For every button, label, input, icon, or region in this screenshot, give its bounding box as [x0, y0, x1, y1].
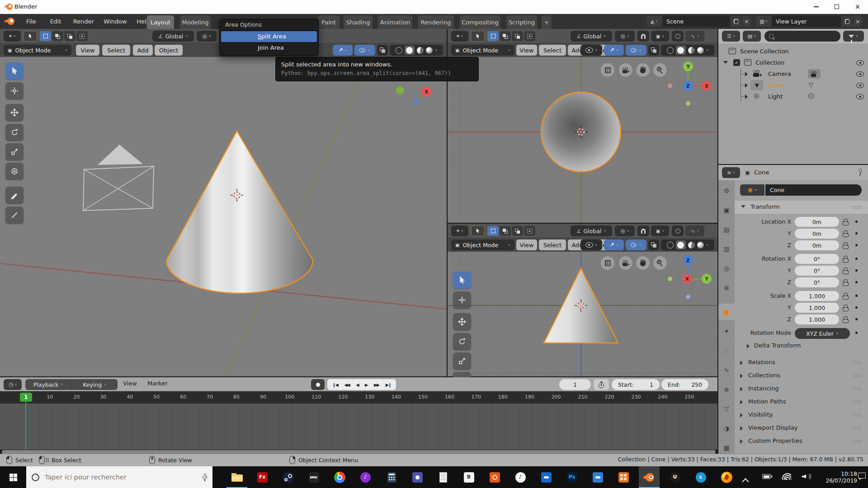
- tray-battery-icon[interactable]: [762, 474, 772, 479]
- previous-keyframe-button[interactable]: ◀◀: [344, 382, 349, 387]
- play-reverse-button[interactable]: ◀: [356, 382, 359, 387]
- checkbox[interactable]: ✓: [733, 59, 740, 66]
- scene-unlink-button[interactable]: ×: [742, 16, 751, 27]
- lock-icon[interactable]: [843, 219, 849, 225]
- hide-in-viewport-toggle[interactable]: [856, 83, 864, 88]
- properties-editor-type-button[interactable]: ≡∨: [722, 167, 740, 178]
- right-xray-toggle[interactable]: [648, 239, 659, 250]
- properties-tab-tool[interactable]: ⚙: [718, 183, 735, 199]
- top-select-mode-3[interactable]: [524, 31, 535, 41]
- transform-value-field[interactable]: 0°: [795, 277, 839, 287]
- taskbar-app-bandicam[interactable]: B: [458, 466, 479, 488]
- tab-compositing[interactable]: Compositing: [460, 15, 500, 29]
- shading-solid-button[interactable]: [676, 46, 686, 55]
- outliner-filter-button[interactable]: ∨: [843, 31, 864, 42]
- panel-drag-dots[interactable]: [853, 361, 862, 365]
- taskbar-app-filezilla[interactable]: Fz: [252, 466, 273, 488]
- main-orientation-dropdown[interactable]: ∠Global∨: [152, 31, 194, 42]
- pin-icon[interactable]: [857, 168, 863, 176]
- search-input[interactable]: [44, 473, 198, 481]
- viewport-top-scene[interactable]: YZX: [448, 57, 717, 223]
- expander-icon[interactable]: [745, 83, 748, 88]
- main-mode-dropdown[interactable]: ▣Object Mode∨: [4, 45, 71, 56]
- animate-dot[interactable]: [855, 221, 858, 223]
- taskbar-app-unity[interactable]: U: [665, 466, 685, 488]
- menu-file[interactable]: File: [20, 15, 42, 27]
- timeline-menu-keying[interactable]: Keying∨: [72, 379, 118, 390]
- outliner-search-field[interactable]: [764, 31, 840, 42]
- lock-icon[interactable]: [843, 293, 849, 299]
- shading-rendered-button[interactable]: [697, 47, 704, 54]
- view-layer-name-field[interactable]: View Layer: [772, 16, 841, 27]
- end-frame-field[interactable]: End:250: [661, 379, 708, 390]
- tab-rendering[interactable]: Rendering: [418, 15, 454, 29]
- timeline-hscrollbar[interactable]: [2, 450, 716, 454]
- shading-solid-button[interactable]: [676, 240, 686, 249]
- properties-tab-material[interactable]: ◑: [718, 420, 735, 436]
- lock-icon[interactable]: [843, 316, 849, 323]
- start-button[interactable]: [0, 466, 26, 488]
- taskbar-app-app-orange[interactable]: [484, 466, 505, 488]
- transform-value-field[interactable]: 0m: [795, 217, 839, 227]
- lock-icon[interactable]: [843, 279, 849, 286]
- taskbar-app-blender[interactable]: [639, 466, 660, 488]
- main-select-mode-2[interactable]: [64, 31, 75, 41]
- tab-new[interactable]: +: [542, 15, 552, 29]
- shading-rendered-button[interactable]: [697, 242, 704, 249]
- tab-paint[interactable]: Paint: [318, 15, 340, 29]
- panel-drag-dots[interactable]: [853, 413, 862, 417]
- view-layer-icon[interactable]: ▥∨: [756, 16, 771, 27]
- transform-value-field[interactable]: 0°: [795, 266, 839, 276]
- properties-tab-physics[interactable]: ∿: [718, 362, 735, 378]
- taskbar-app-app-indigo[interactable]: [407, 466, 428, 488]
- tray-clock[interactable]: 10:1826/07/2019: [816, 469, 857, 486]
- right-select-mode-1[interactable]: [500, 226, 511, 236]
- tray-volume-icon[interactable]: [802, 473, 811, 480]
- right-menu-select[interactable]: Select: [539, 239, 566, 250]
- taskbar-app-app-blue[interactable]: [536, 466, 557, 488]
- lock-icon[interactable]: [843, 230, 849, 237]
- timeline-menu-view[interactable]: View: [123, 380, 141, 389]
- blender-logo-icon[interactable]: [5, 17, 14, 25]
- jump-to-end-button[interactable]: ▶❙: [386, 382, 391, 387]
- shading-material-button[interactable]: [417, 47, 424, 54]
- taskbar-app-photoshop[interactable]: Ps: [561, 466, 582, 488]
- top-select-mode-0[interactable]: [487, 31, 499, 41]
- shading-wireframe-button[interactable]: [396, 47, 402, 54]
- right-menu-view[interactable]: View: [516, 239, 537, 250]
- animate-dot[interactable]: [855, 258, 858, 260]
- main-xray-toggle[interactable]: [377, 45, 388, 56]
- right-snap-dropdown[interactable]: ▣∨: [651, 225, 669, 236]
- properties-tab-render[interactable]: ▣: [718, 202, 735, 218]
- transform-value-field[interactable]: 1.000: [795, 314, 839, 324]
- animate-dot[interactable]: [855, 244, 858, 246]
- taskbar-app-chrome[interactable]: [329, 466, 350, 488]
- right-select-mode-0[interactable]: [487, 226, 499, 236]
- timeline-menu-playback[interactable]: Playback∨: [25, 379, 72, 390]
- menu-render[interactable]: Render: [69, 15, 99, 27]
- record-button[interactable]: [311, 379, 325, 390]
- top-pivot-dropdown[interactable]: ◎∨: [615, 31, 635, 42]
- hide-in-viewport-toggle[interactable]: [856, 94, 864, 99]
- rotation-mode-dropdown[interactable]: XYZ Euler∨: [795, 328, 850, 339]
- expander-icon[interactable]: [723, 61, 728, 64]
- top-xray-toggle[interactable]: [648, 45, 659, 56]
- right-gizmos-dropdown[interactable]: ↗∨: [604, 239, 624, 250]
- taskbar-app-deezer[interactable]: ♪: [355, 466, 376, 488]
- taskbar-app-notepad[interactable]: [433, 466, 453, 488]
- tab-layout[interactable]: Layout: [147, 15, 174, 29]
- right-editor-type-button[interactable]: ⌖∨: [451, 225, 468, 236]
- right-mode-dropdown[interactable]: ▣Object Mode∨: [451, 239, 514, 250]
- top-mode-dropdown[interactable]: ▣Object Mode∨: [451, 45, 514, 56]
- tray-wifi-icon[interactable]: [782, 473, 791, 480]
- view-layer-unlink-button[interactable]: ×: [853, 16, 863, 27]
- taskbar-app-epic-games[interactable]: EPICEPIC: [303, 466, 324, 488]
- main-select-mode-0[interactable]: [40, 31, 51, 41]
- top-falloff-dropdown[interactable]: ∿∨: [685, 31, 704, 42]
- taskbar-app-app-azure[interactable]: [587, 466, 608, 488]
- lock-icon[interactable]: [843, 242, 849, 249]
- expander-icon[interactable]: [745, 72, 748, 76]
- transform-drag-dots[interactable]: [853, 205, 862, 209]
- properties-tab-object-data[interactable]: ▽: [718, 401, 735, 417]
- transform-value-field[interactable]: 1.000: [795, 303, 839, 313]
